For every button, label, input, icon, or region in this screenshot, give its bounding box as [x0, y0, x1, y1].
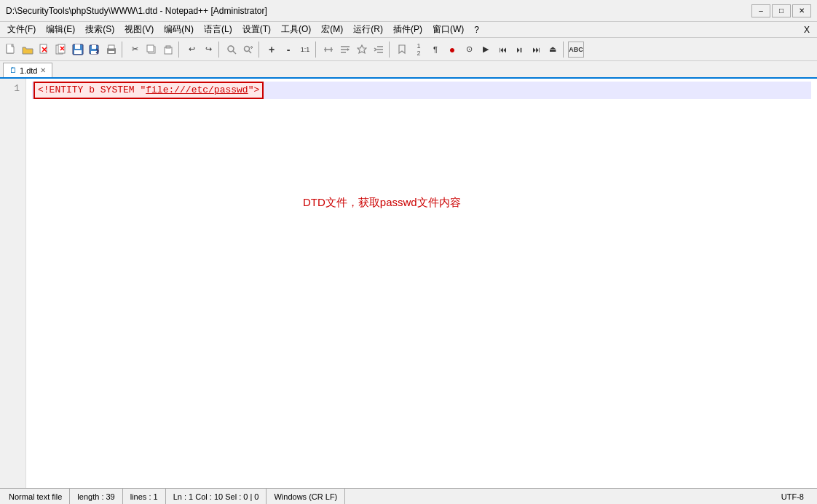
tb-indent[interactable]	[371, 42, 387, 58]
window-controls: – □ ✕	[751, 4, 811, 17]
tb-sep-2	[178, 42, 181, 58]
code-end-tag: ">	[248, 84, 260, 95]
toolbar: ✂ ↩ ↪ + - 1:1 12 ¶ ● ⊙ ▶ ⏮ ⏯ ⏭ ⏏ ABC	[0, 38, 817, 61]
tb-new[interactable]	[3, 42, 19, 58]
tb-print[interactable]	[103, 42, 119, 58]
tb-alwaysontop[interactable]	[354, 42, 370, 58]
code-entity-keyword: <!ENTITY b SYSTEM "	[38, 84, 146, 95]
menu-settings[interactable]: 设置(T)	[238, 22, 275, 37]
code-highlighted-box: <!ENTITY b SYSTEM "file:///etc/passwd">	[33, 82, 264, 99]
status-bar: Normal text file length : 39 lines : 1 L…	[0, 488, 817, 504]
tb-zoomout[interactable]: -	[280, 42, 296, 58]
tab-close-button[interactable]: ✕	[40, 66, 46, 74]
editor-area: 1 <!ENTITY b SYSTEM "file:///etc/passwd"…	[0, 79, 817, 488]
svg-rect-9	[75, 44, 80, 49]
status-filetype: Normal text file	[6, 489, 70, 504]
status-position: Ln : 1 Col : 10 Sel : 0 | 0	[166, 489, 267, 504]
svg-rect-13	[91, 51, 97, 54]
tb-save[interactable]	[70, 42, 86, 58]
tab-dtd[interactable]: 🗒 1.dtd ✕	[3, 63, 52, 77]
status-lineending: Windows (CR LF)	[267, 489, 345, 504]
menu-window[interactable]: 窗口(W)	[428, 22, 468, 37]
line-numbers: 1	[0, 79, 26, 488]
svg-rect-20	[166, 46, 170, 48]
menu-view[interactable]: 视图(V)	[120, 22, 158, 37]
tb-nextbookmark[interactable]: ⏯	[511, 42, 527, 58]
tb-sep-4	[258, 42, 261, 58]
code-area[interactable]: <!ENTITY b SYSTEM "file:///etc/passwd"> …	[26, 79, 817, 488]
tb-bookmarks[interactable]	[394, 42, 410, 58]
menu-encoding[interactable]: 编码(N)	[159, 22, 198, 37]
svg-rect-18	[147, 45, 154, 52]
menu-bar: 文件(F) 编辑(E) 搜索(S) 视图(V) 编码(N) 语言(L) 设置(T…	[0, 22, 817, 38]
svg-line-22	[233, 51, 236, 54]
menu-edit[interactable]: 编辑(E)	[42, 22, 79, 37]
tb-zoomin[interactable]: +	[264, 42, 280, 58]
code-file-link: file:///etc/passwd	[146, 84, 248, 95]
tb-closeall[interactable]	[53, 42, 69, 58]
status-lines: lines : 1	[123, 489, 166, 504]
svg-rect-16	[108, 45, 114, 49]
tab-bar: 🗒 1.dtd ✕	[0, 61, 817, 79]
tb-cut[interactable]: ✂	[127, 42, 143, 58]
tb-sep-5	[315, 42, 318, 58]
tb-colmarkerfind[interactable]: ⏏	[545, 42, 561, 58]
tb-syncscroll[interactable]	[320, 42, 336, 58]
menu-plugins[interactable]: 插件(P)	[389, 22, 427, 37]
status-length: length : 39	[70, 489, 122, 504]
tb-saveall[interactable]	[87, 42, 103, 58]
menu-close-x[interactable]: X	[800, 23, 814, 36]
tb-play[interactable]: ▶	[478, 42, 494, 58]
svg-point-23	[245, 46, 250, 51]
menu-language[interactable]: 语言(L)	[200, 22, 237, 37]
tb-sep-3	[218, 42, 221, 58]
line-number-1: 1	[14, 83, 20, 94]
tb-sep-1	[122, 42, 125, 58]
tb-paste[interactable]	[160, 42, 176, 58]
svg-point-21	[228, 46, 234, 52]
window-title: D:\SecurityTools\phpStudy\WWW\1.dtd - No…	[6, 6, 267, 16]
svg-rect-10	[74, 50, 82, 54]
menu-file[interactable]: 文件(F)	[3, 22, 40, 37]
menu-macro[interactable]: 宏(M)	[317, 22, 347, 37]
tb-sep-7	[563, 42, 566, 58]
maximize-button[interactable]: □	[772, 4, 791, 17]
tab-label: 1.dtd	[20, 66, 37, 75]
tb-prevbookmark[interactable]: ⏮	[494, 42, 510, 58]
tb-open[interactable]	[20, 42, 36, 58]
svg-marker-35	[399, 45, 405, 53]
svg-marker-31	[358, 45, 366, 53]
tab-file-icon: 🗒	[9, 66, 17, 74]
tb-clearbookmarks[interactable]: ⏭	[528, 42, 544, 58]
tb-stoprecord[interactable]: ⊙	[461, 42, 477, 58]
menu-tools[interactable]: 工具(O)	[277, 22, 315, 37]
tb-redo[interactable]: ↪	[200, 42, 216, 58]
tb-close[interactable]	[36, 42, 52, 58]
tb-copy[interactable]	[143, 42, 159, 58]
tb-zoomreset[interactable]: 1:1	[297, 42, 313, 58]
tb-find[interactable]	[224, 42, 240, 58]
tb-sep-6	[389, 42, 392, 58]
annotation-text: DTD文件，获取passwd文件内容	[303, 195, 461, 210]
minimize-button[interactable]: –	[751, 4, 770, 17]
title-bar: D:\SecurityTools\phpStudy\WWW\1.dtd - No…	[0, 0, 817, 22]
tb-linenumbers[interactable]: 12	[411, 42, 427, 58]
tb-wordwrap[interactable]	[337, 42, 353, 58]
svg-line-24	[249, 51, 251, 53]
menu-run[interactable]: 运行(R)	[349, 22, 387, 37]
svg-rect-12	[92, 45, 96, 49]
menu-help[interactable]: ?	[470, 23, 484, 36]
menu-search[interactable]: 搜索(S)	[81, 22, 119, 37]
status-encoding: UTF-8	[774, 489, 811, 504]
close-button[interactable]: ✕	[792, 4, 811, 17]
tb-replace[interactable]	[240, 42, 256, 58]
tb-symbolview[interactable]: ¶	[427, 42, 443, 58]
code-line-1: <!ENTITY b SYSTEM "file:///etc/passwd">	[32, 82, 811, 99]
tb-record[interactable]: ●	[444, 42, 460, 58]
svg-rect-15	[108, 51, 114, 53]
tb-undo[interactable]: ↩	[183, 42, 200, 58]
tb-spellcheck[interactable]: ABC	[568, 42, 584, 58]
